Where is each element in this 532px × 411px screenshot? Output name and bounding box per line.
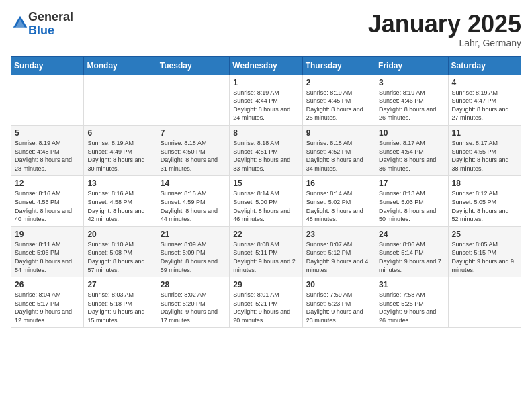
calendar-cell [157, 75, 229, 125]
calendar-cell [84, 75, 157, 125]
day-info: Sunrise: 8:14 AMSunset: 5:02 PMDaylight:… [306, 189, 371, 223]
calendar-cell: 30Sunrise: 7:59 AMSunset: 5:23 PMDayligh… [302, 277, 375, 328]
day-info: Sunrise: 8:17 AMSunset: 4:54 PMDaylight:… [379, 139, 444, 173]
calendar-week-row: 5Sunrise: 8:19 AMSunset: 4:48 PMDaylight… [11, 125, 521, 175]
logo-general: General [28, 10, 73, 24]
day-info: Sunrise: 8:02 AMSunset: 5:20 PMDaylight:… [161, 291, 226, 324]
day-number: 5 [15, 128, 80, 138]
day-number: 3 [379, 78, 444, 87]
day-number: 19 [15, 230, 80, 239]
day-number: 23 [306, 230, 371, 239]
calendar-cell: 20Sunrise: 8:10 AMSunset: 5:08 PMDayligh… [84, 226, 157, 277]
day-info: Sunrise: 8:16 AMSunset: 4:56 PMDaylight:… [15, 189, 80, 223]
day-number: 31 [379, 280, 444, 289]
day-number: 15 [233, 179, 298, 188]
day-number: 30 [306, 280, 371, 289]
day-number: 14 [161, 179, 226, 188]
calendar-cell: 13Sunrise: 8:16 AMSunset: 4:58 PMDayligh… [84, 176, 157, 226]
day-info: Sunrise: 8:08 AMSunset: 5:11 PMDaylight:… [233, 240, 298, 274]
day-number: 28 [161, 280, 226, 289]
day-info: Sunrise: 8:04 AMSunset: 5:17 PMDaylight:… [15, 291, 80, 324]
month-title: January 2025 [368, 11, 521, 38]
day-number: 8 [233, 128, 298, 138]
day-number: 7 [161, 128, 226, 138]
calendar-cell: 7Sunrise: 8:18 AMSunset: 4:50 PMDaylight… [157, 125, 229, 175]
day-number: 26 [15, 280, 80, 289]
weekday-header: Sunday [11, 56, 84, 75]
calendar-week-row: 12Sunrise: 8:16 AMSunset: 4:56 PMDayligh… [11, 176, 521, 226]
day-info: Sunrise: 8:05 AMSunset: 5:15 PMDaylight:… [452, 240, 517, 274]
calendar-cell: 27Sunrise: 8:03 AMSunset: 5:18 PMDayligh… [84, 277, 157, 328]
day-number: 11 [452, 128, 517, 138]
calendar-cell: 18Sunrise: 8:12 AMSunset: 5:05 PMDayligh… [448, 176, 521, 226]
day-number: 1 [233, 78, 298, 87]
calendar-cell: 12Sunrise: 8:16 AMSunset: 4:56 PMDayligh… [11, 176, 84, 226]
calendar-cell [11, 75, 84, 125]
day-info: Sunrise: 8:01 AMSunset: 5:21 PMDaylight:… [233, 291, 298, 324]
day-number: 29 [233, 280, 298, 289]
title-block: January 2025 Lahr, Germany [368, 11, 521, 48]
day-number: 2 [306, 78, 371, 87]
day-info: Sunrise: 8:19 AMSunset: 4:47 PMDaylight:… [452, 89, 517, 122]
day-number: 18 [452, 179, 517, 188]
day-info: Sunrise: 8:06 AMSunset: 5:14 PMDaylight:… [379, 240, 444, 274]
weekday-header: Thursday [302, 56, 375, 75]
day-info: Sunrise: 8:12 AMSunset: 5:05 PMDaylight:… [452, 189, 517, 223]
day-info: Sunrise: 8:16 AMSunset: 4:58 PMDaylight:… [87, 189, 152, 223]
calendar-cell: 6Sunrise: 8:19 AMSunset: 4:49 PMDaylight… [84, 125, 157, 175]
day-number: 9 [306, 128, 371, 138]
calendar-week-row: 1Sunrise: 8:19 AMSunset: 4:44 PMDaylight… [11, 75, 521, 125]
day-info: Sunrise: 8:18 AMSunset: 4:50 PMDaylight:… [161, 139, 226, 173]
day-info: Sunrise: 8:03 AMSunset: 5:18 PMDaylight:… [87, 291, 152, 324]
calendar-week-row: 19Sunrise: 8:11 AMSunset: 5:06 PMDayligh… [11, 226, 521, 277]
day-info: Sunrise: 8:13 AMSunset: 5:03 PMDaylight:… [379, 189, 444, 223]
day-number: 25 [452, 230, 517, 239]
logo-icon [12, 15, 28, 31]
calendar-cell: 9Sunrise: 8:18 AMSunset: 4:52 PMDaylight… [302, 125, 375, 175]
day-number: 17 [379, 179, 444, 188]
calendar-cell: 11Sunrise: 8:17 AMSunset: 4:55 PMDayligh… [448, 125, 521, 175]
day-number: 24 [379, 230, 444, 239]
calendar-cell: 14Sunrise: 8:15 AMSunset: 4:59 PMDayligh… [157, 176, 229, 226]
day-info: Sunrise: 8:17 AMSunset: 4:55 PMDaylight:… [452, 139, 517, 173]
page-header: General Blue January 2025 Lahr, Germany [11, 11, 521, 48]
day-number: 27 [87, 280, 152, 289]
day-info: Sunrise: 8:07 AMSunset: 5:12 PMDaylight:… [306, 240, 371, 274]
day-info: Sunrise: 8:18 AMSunset: 4:51 PMDaylight:… [233, 139, 298, 173]
weekday-header: Saturday [448, 56, 521, 75]
calendar-cell: 10Sunrise: 8:17 AMSunset: 4:54 PMDayligh… [375, 125, 448, 175]
day-info: Sunrise: 8:19 AMSunset: 4:44 PMDaylight:… [233, 89, 298, 122]
calendar-cell: 24Sunrise: 8:06 AMSunset: 5:14 PMDayligh… [375, 226, 448, 277]
day-info: Sunrise: 8:10 AMSunset: 5:08 PMDaylight:… [87, 240, 152, 274]
day-info: Sunrise: 8:15 AMSunset: 4:59 PMDaylight:… [161, 189, 226, 223]
day-info: Sunrise: 8:19 AMSunset: 4:49 PMDaylight:… [87, 139, 152, 173]
day-info: Sunrise: 7:59 AMSunset: 5:23 PMDaylight:… [306, 291, 371, 324]
calendar-cell: 8Sunrise: 8:18 AMSunset: 4:51 PMDaylight… [230, 125, 302, 175]
calendar-cell: 3Sunrise: 8:19 AMSunset: 4:46 PMDaylight… [375, 75, 448, 125]
day-number: 20 [87, 230, 152, 239]
day-number: 10 [379, 128, 444, 138]
calendar-week-row: 26Sunrise: 8:04 AMSunset: 5:17 PMDayligh… [11, 277, 521, 328]
calendar-cell: 16Sunrise: 8:14 AMSunset: 5:02 PMDayligh… [302, 176, 375, 226]
day-number: 4 [452, 78, 517, 87]
day-number: 12 [15, 179, 80, 188]
weekday-header: Monday [84, 56, 157, 75]
calendar-cell: 2Sunrise: 8:19 AMSunset: 4:45 PMDaylight… [302, 75, 375, 125]
calendar-cell: 26Sunrise: 8:04 AMSunset: 5:17 PMDayligh… [11, 277, 84, 328]
day-info: Sunrise: 7:58 AMSunset: 5:25 PMDaylight:… [379, 291, 444, 324]
calendar-cell [448, 277, 521, 328]
day-number: 22 [233, 230, 298, 239]
weekday-header: Wednesday [230, 56, 302, 75]
day-info: Sunrise: 8:14 AMSunset: 5:00 PMDaylight:… [233, 189, 298, 223]
logo-text: General Blue [28, 11, 73, 38]
calendar-cell: 17Sunrise: 8:13 AMSunset: 5:03 PMDayligh… [375, 176, 448, 226]
day-info: Sunrise: 8:11 AMSunset: 5:06 PMDaylight:… [15, 240, 80, 274]
calendar: SundayMondayTuesdayWednesdayThursdayFrid… [11, 56, 521, 328]
calendar-cell: 25Sunrise: 8:05 AMSunset: 5:15 PMDayligh… [448, 226, 521, 277]
calendar-cell: 4Sunrise: 8:19 AMSunset: 4:47 PMDaylight… [448, 75, 521, 125]
day-info: Sunrise: 8:09 AMSunset: 5:09 PMDaylight:… [161, 240, 226, 274]
calendar-cell: 28Sunrise: 8:02 AMSunset: 5:20 PMDayligh… [157, 277, 229, 328]
calendar-cell: 5Sunrise: 8:19 AMSunset: 4:48 PMDaylight… [11, 125, 84, 175]
day-info: Sunrise: 8:19 AMSunset: 4:46 PMDaylight:… [379, 89, 444, 122]
day-info: Sunrise: 8:18 AMSunset: 4:52 PMDaylight:… [306, 139, 371, 173]
